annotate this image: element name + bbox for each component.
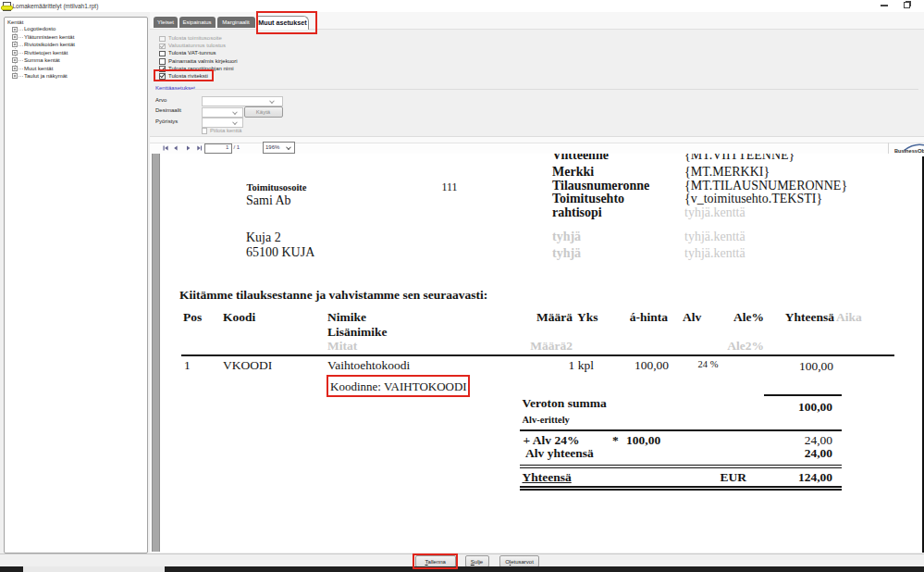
svg-text:BusinessObj: BusinessObj xyxy=(894,148,924,154)
